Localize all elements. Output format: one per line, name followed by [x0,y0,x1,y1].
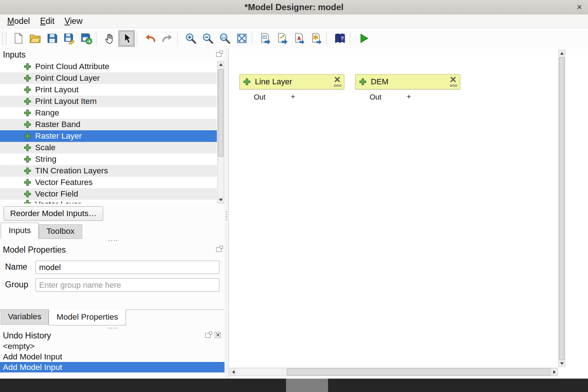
help-book-icon: ? [334,32,346,45]
arrow-down-icon [219,199,223,201]
scroll-up-button[interactable] [218,61,224,68]
list-item-selected[interactable]: Raster Layer [0,130,217,142]
save-model-as-button[interactable] [61,30,77,47]
tab-model-properties[interactable]: Model Properties [49,309,126,325]
float-panel-icon[interactable] [216,247,222,252]
zoom-full-button[interactable] [234,30,250,47]
comment-dots-icon[interactable] [334,84,341,87]
export-script-icon [310,32,323,45]
list-item-label: Point Cloud Layer [35,73,100,83]
list-item[interactable]: Vector Layer [0,200,217,203]
list-item-label: Range [35,108,59,118]
scroll-left-button[interactable] [230,368,236,376]
splitter-handle[interactable] [226,211,227,222]
node-expand-button[interactable]: + [407,92,411,101]
scrollbar-thumb[interactable] [559,57,564,360]
scroll-down-button[interactable] [559,360,565,367]
open-model-button[interactable] [27,30,43,47]
save-icon [46,32,58,45]
dock-canvas-splitter[interactable] [224,49,228,379]
window-close-button[interactable]: × [577,1,582,12]
splitter-handle[interactable] [108,327,119,329]
model-node-line-layer[interactable]: Line Layer Out + [239,74,344,89]
help-button[interactable]: ? [332,30,348,47]
scroll-up-button[interactable] [559,50,565,56]
export-as-pdf-button[interactable] [291,30,307,47]
list-item[interactable]: Scale [0,142,217,153]
name-label: Name [5,262,27,272]
undo-item-selected[interactable]: Add Model Input [0,362,224,372]
menu-model[interactable]: Model [2,15,35,27]
zoom-out-button[interactable] [200,30,216,47]
canvas-vertical-scrollbar[interactable] [558,50,565,367]
tab-toolbox[interactable]: Toolbox [39,224,82,239]
list-item-label: Vector Layer [35,200,81,203]
list-item[interactable]: TIN Creation Layers [0,165,217,177]
list-item-label: Print Layout [35,85,79,94]
export-as-svg-button[interactable] [274,30,290,47]
scroll-right-button[interactable] [551,368,558,376]
undo-icon [144,32,156,45]
scroll-down-button[interactable] [218,197,224,203]
list-item[interactable]: Vector Features [0,177,217,188]
scrollbar-thumb[interactable] [287,368,552,375]
run-model-button[interactable] [355,30,371,47]
close-panel-icon[interactable] [215,332,221,338]
model-name-field[interactable] [35,261,219,274]
list-item[interactable]: String [0,153,217,165]
model-canvas[interactable]: Line Layer Out + DEM Out + [228,49,588,379]
arrow-left-icon [232,370,235,374]
undo-item[interactable]: Add Model Input [0,351,224,362]
save-model-button[interactable] [44,30,60,47]
list-item[interactable]: Range [0,107,217,119]
list-item[interactable]: Print Layout [0,84,217,96]
inputs-scrollbar[interactable] [217,61,224,203]
open-folder-icon [29,32,41,45]
node-box[interactable]: Line Layer [239,74,344,89]
node-output-socket[interactable]: Out [254,93,265,101]
toolbar-separator [177,32,181,45]
reorder-model-inputs-button[interactable]: Reorder Model Inputs… [4,206,103,221]
tab-variables[interactable]: Variables [1,310,49,325]
menu-edit[interactable]: Edit [35,15,60,27]
node-expand-button[interactable]: + [291,92,295,101]
float-panel-icon[interactable] [216,52,222,57]
list-item[interactable]: Point Cloud Layer [0,72,217,84]
undo-button[interactable] [142,30,158,47]
save-in-project-icon [80,32,92,45]
list-item[interactable]: Vector Field [0,188,217,200]
select-tool-button[interactable] [118,30,135,47]
toolbar-drag-handle[interactable] [2,32,7,45]
comment-dots-icon[interactable] [450,84,457,87]
node-box[interactable]: DEM [355,74,460,89]
undo-item[interactable]: <empty> [0,341,224,351]
zoom-in-button[interactable] [182,30,199,47]
desktop-strip [0,379,588,392]
export-svg-icon [276,32,289,45]
delete-node-icon[interactable] [334,76,340,83]
float-panel-icon[interactable] [205,333,211,338]
toolbar-separator [136,32,140,45]
scrollbar-thumb[interactable] [218,69,223,157]
zoom-actual-button[interactable]: 1:1 [217,30,233,47]
delete-node-icon[interactable] [450,76,456,83]
menu-view[interactable]: View [59,15,87,27]
splitter-handle[interactable] [108,240,119,241]
node-output-socket[interactable]: Out [370,93,381,101]
canvas-horizontal-scrollbar[interactable] [230,368,558,376]
pan-tool-button[interactable] [101,30,118,47]
export-as-script-button[interactable] [308,30,324,47]
model-designer-window: *Model Designer: model × Model Edit View [0,0,588,379]
save-model-in-project-button[interactable] [78,30,94,47]
list-item[interactable]: Point Cloud Attribute [0,61,217,72]
list-item[interactable]: Raster Band [0,119,217,130]
export-as-image-button[interactable] [257,30,273,47]
list-item-label: Raster Band [35,120,80,129]
new-model-button[interactable] [10,30,26,47]
tab-inputs[interactable]: Inputs [1,223,39,239]
redo-button[interactable] [159,30,175,47]
list-item[interactable]: Print Layout Item [0,96,217,107]
model-node-dem[interactable]: DEM Out + [355,74,460,89]
svg-text:?: ? [340,35,344,41]
model-group-field[interactable] [35,278,219,292]
